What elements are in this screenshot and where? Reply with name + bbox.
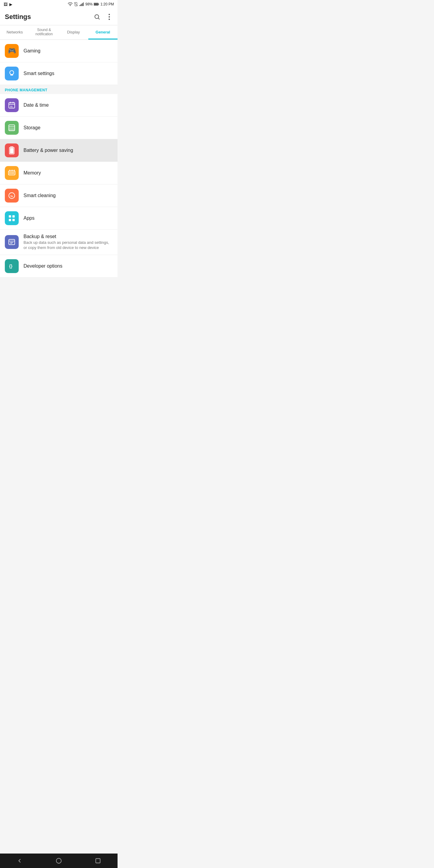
backup-reset-text: Backup & reset Back up data such as pers…	[24, 234, 113, 250]
svg-rect-27	[10, 148, 13, 153]
smart-settings-item[interactable]: Smart settings	[0, 62, 118, 85]
content-area: 🎮 Gaming Smart settings PHONE MANAGEMENT	[0, 40, 118, 294]
svg-text:{}: {}	[9, 264, 12, 269]
svg-rect-29	[9, 172, 10, 174]
svg-rect-31	[12, 172, 13, 174]
developer-options-icon: {}	[5, 259, 19, 273]
svg-rect-3	[80, 5, 80, 6]
battery-power-icon	[5, 144, 19, 157]
phone-management-list: 31 Date & time Storage	[0, 94, 118, 278]
date-time-title: Date & time	[24, 102, 113, 108]
svg-text:31: 31	[10, 105, 13, 108]
svg-rect-5	[82, 4, 82, 6]
gaming-text: Gaming	[24, 48, 113, 54]
date-time-icon: 31	[5, 98, 19, 112]
backup-reset-subtitle: Back up data such as personal data and s…	[24, 240, 113, 250]
tab-networks[interactable]: Networks	[0, 25, 30, 39]
svg-point-13	[108, 13, 110, 15]
apps-icon	[5, 211, 19, 225]
apps-title: Apps	[24, 216, 113, 221]
storage-title: Storage	[24, 125, 113, 130]
svg-rect-32	[13, 172, 14, 174]
phone-management-header: PHONE MANAGEMENT	[0, 85, 118, 94]
svg-rect-6	[82, 3, 83, 6]
image-icon: 🖼	[4, 2, 7, 7]
smart-cleaning-title: Smart cleaning	[24, 193, 113, 198]
date-time-item[interactable]: 31 Date & time	[0, 94, 118, 117]
no-sim-icon	[74, 2, 78, 6]
svg-point-0	[70, 5, 70, 6]
smart-settings-icon	[5, 67, 19, 81]
tab-general[interactable]: General	[88, 25, 118, 39]
storage-item[interactable]: Storage	[0, 117, 118, 139]
tabs: Networks Sound & notification Display Ge…	[0, 25, 118, 40]
memory-item[interactable]: Memory	[0, 162, 118, 184]
storage-icon	[5, 121, 19, 135]
battery-title: Battery & power saving	[24, 148, 113, 153]
svg-rect-34	[11, 170, 11, 171]
svg-point-14	[108, 16, 110, 17]
svg-rect-40	[12, 215, 15, 218]
svg-rect-28	[8, 171, 15, 175]
svg-rect-30	[11, 172, 11, 174]
svg-rect-41	[9, 219, 11, 221]
smart-cleaning-text: Smart cleaning	[24, 193, 113, 198]
date-time-text: Date & time	[24, 102, 113, 108]
smart-settings-text: Smart settings	[24, 71, 113, 76]
storage-text: Storage	[24, 125, 113, 130]
tab-sound[interactable]: Sound & notification	[30, 25, 59, 39]
svg-rect-10	[94, 3, 98, 5]
wifi-icon	[68, 2, 73, 6]
status-bar-right-icons: 98% 1:20 PM	[68, 2, 114, 6]
apps-item[interactable]: Apps	[0, 207, 118, 230]
svg-text:%: %	[10, 194, 13, 198]
youtube-icon: ▶	[9, 2, 12, 7]
svg-rect-43	[9, 240, 15, 245]
battery-text: Battery & power saving	[24, 148, 113, 153]
battery-percent: 98%	[85, 2, 93, 6]
memory-text: Memory	[24, 170, 113, 176]
top-settings-list: 🎮 Gaming Smart settings	[0, 40, 118, 85]
smart-cleaning-item[interactable]: % Smart cleaning	[0, 184, 118, 207]
gaming-title: Gaming	[24, 48, 113, 54]
memory-icon	[5, 166, 19, 180]
developer-options-title: Developer options	[24, 264, 113, 269]
tab-display[interactable]: Display	[59, 25, 88, 39]
gaming-item[interactable]: 🎮 Gaming	[0, 40, 118, 62]
svg-rect-33	[9, 170, 10, 171]
backup-reset-icon	[5, 235, 19, 249]
backup-reset-item[interactable]: Backup & reset Back up data such as pers…	[0, 230, 118, 255]
battery-item[interactable]: Battery & power saving	[0, 139, 118, 162]
top-bar: Settings	[0, 8, 118, 25]
gaming-icon: 🎮	[5, 44, 19, 58]
svg-rect-36	[14, 170, 15, 171]
more-options-button[interactable]	[105, 13, 113, 21]
smart-cleaning-icon: %	[5, 189, 19, 203]
status-bar-left-icons: 🖼 ▶	[4, 2, 12, 7]
page-title: Settings	[5, 13, 93, 21]
battery-icon	[94, 2, 99, 6]
svg-point-15	[108, 19, 110, 20]
smart-settings-title: Smart settings	[24, 71, 113, 76]
svg-rect-35	[12, 170, 13, 171]
svg-line-12	[98, 18, 99, 19]
search-button[interactable]	[93, 13, 101, 21]
developer-options-text: Developer options	[24, 264, 113, 269]
time-display: 1:20 PM	[100, 2, 114, 6]
backup-reset-title: Backup & reset	[24, 234, 113, 239]
svg-rect-9	[98, 4, 99, 5]
svg-rect-42	[12, 219, 15, 221]
signal-icon	[79, 2, 84, 6]
apps-text: Apps	[24, 216, 113, 221]
svg-rect-7	[83, 2, 84, 6]
svg-rect-39	[9, 215, 11, 218]
svg-point-11	[95, 14, 99, 19]
memory-title: Memory	[24, 170, 113, 176]
status-bar: 🖼 ▶ 98% 1:20 PM	[0, 0, 118, 8]
developer-options-item[interactable]: {} Developer options	[0, 255, 118, 278]
svg-rect-4	[81, 4, 81, 6]
top-bar-actions	[93, 13, 113, 21]
